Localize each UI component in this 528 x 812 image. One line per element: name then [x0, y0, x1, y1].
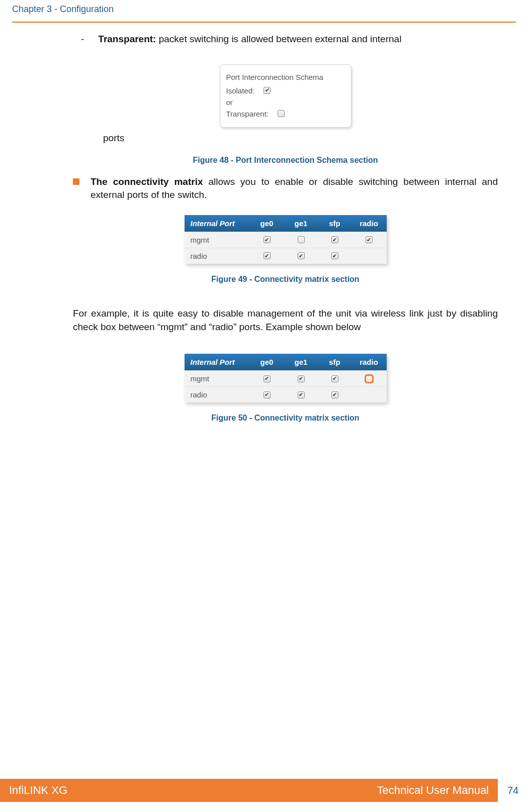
cb-radio-ge0[interactable]: ✔ — [263, 252, 271, 259]
th-ge0: ge0 — [250, 354, 284, 370]
table-row: radio ✔ ✔ ✔ — [185, 386, 387, 402]
cb-mgmt-ge1[interactable]: ✔ — [298, 375, 305, 382]
figure50-caption: Figure 50 - Connectivity matrix section — [73, 413, 498, 424]
transparent-text: packet switching is allowed between exte… — [156, 34, 401, 44]
main-content: - Transparent: packet switching is allow… — [0, 23, 528, 424]
transparent-bullet: - Transparent: packet switching is allow… — [73, 33, 498, 46]
header-rule — [0, 15, 528, 23]
footer-right: Technical User Manual — [377, 784, 489, 797]
cb-mgmt-ge1[interactable] — [298, 236, 305, 243]
page-footer: InfiLINK XG Technical User Manual 74 — [0, 779, 528, 802]
figure49-caption: Figure 49 - Connectivity matrix section — [73, 274, 498, 285]
cb-radio-ge0[interactable]: ✔ — [263, 391, 271, 398]
th-radio: radio — [351, 354, 387, 370]
transparent-label: Transparent: — [98, 34, 156, 44]
cb-mgmt-radio[interactable]: ✔ — [366, 236, 373, 243]
cb-radio-ge1[interactable]: ✔ — [298, 252, 305, 259]
cb-mgmt-sfp[interactable]: ✔ — [331, 236, 338, 243]
square-bullet-icon — [73, 178, 79, 185]
footer-left: InfiLINK XG — [9, 784, 67, 797]
th-radio: radio — [351, 215, 387, 232]
cb-radio-sfp[interactable]: ✔ — [331, 252, 338, 259]
cb-radio-sfp[interactable]: ✔ — [331, 391, 338, 398]
cb-mgmt-ge0[interactable]: ✔ — [263, 236, 271, 243]
dash-icon: - — [81, 33, 84, 46]
example-paragraph: For example, it is quite easy to disable… — [73, 307, 498, 334]
th-ge0: ge0 — [250, 215, 284, 232]
cb-mgmt-ge0[interactable]: ✔ — [263, 375, 271, 382]
page-header: Chapter 3 - Configuration — [0, 0, 528, 15]
th-internal: Internal Port — [185, 215, 250, 232]
table-row: radio ✔ ✔ ✔ — [185, 248, 387, 264]
page-number: 74 — [498, 785, 528, 796]
row-label: mgmt — [185, 371, 250, 386]
row-label: mgmt — [185, 232, 250, 248]
or-label: or — [226, 97, 233, 108]
table-row: mgmt ✔ ✔ ✔ — [185, 370, 387, 386]
table-row: mgmt ✔ ✔ ✔ — [185, 232, 387, 248]
ports-word: ports — [73, 132, 498, 145]
connectivity-bullet: The connectivity matrix allows you to en… — [73, 175, 498, 202]
row-label: radio — [185, 248, 250, 264]
cb-mgmt-radio-highlighted[interactable] — [366, 375, 373, 382]
transparent-checkbox[interactable] — [278, 110, 285, 117]
connectivity-bold: The connectivity matrix — [91, 176, 203, 187]
port-schema-panel: Port Interconnection Schema Isolated: ✔ … — [220, 64, 351, 128]
transparent-row-label: Transparent: — [226, 109, 269, 119]
row-label: radio — [185, 387, 250, 402]
cb-radio-ge1[interactable]: ✔ — [298, 391, 305, 398]
connectivity-matrix-49: Internal Port ge0 ge1 sfp radio mgmt ✔ ✔… — [185, 215, 387, 264]
schema-title: Port Interconnection Schema — [226, 72, 344, 82]
th-ge1: ge1 — [284, 354, 318, 370]
isolated-label: Isolated: — [226, 85, 255, 96]
connectivity-matrix-50: Internal Port ge0 ge1 sfp radio mgmt ✔ ✔… — [185, 354, 387, 402]
th-sfp: sfp — [318, 354, 351, 370]
cb-mgmt-sfp[interactable]: ✔ — [331, 375, 338, 382]
figure48-caption: Figure 48 - Port Interconnection Schema … — [73, 155, 498, 166]
th-sfp: sfp — [318, 215, 351, 232]
th-internal: Internal Port — [185, 354, 250, 370]
isolated-checkbox[interactable]: ✔ — [263, 87, 271, 94]
th-ge1: ge1 — [284, 215, 318, 232]
